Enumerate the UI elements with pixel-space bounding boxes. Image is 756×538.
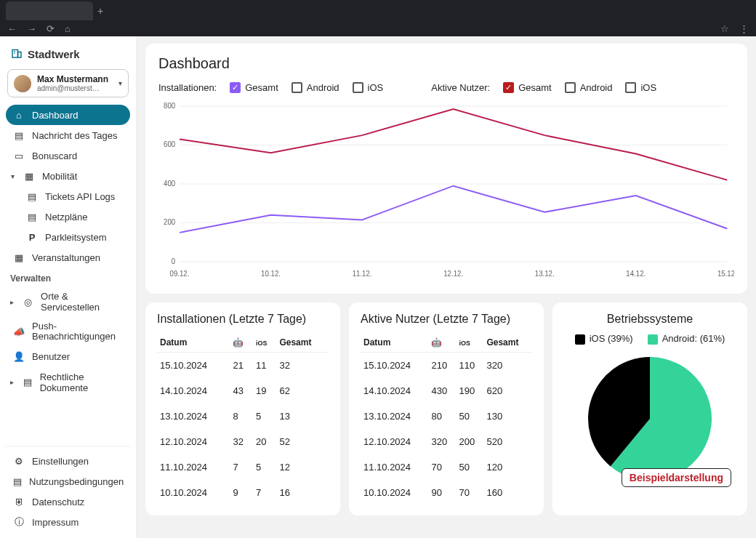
- chart-filters: Installationen: ✓Gesamt Android iOS Akti…: [158, 82, 734, 93]
- sidebar-item-einstellungen[interactable]: ⚙ Einstellungen: [6, 451, 130, 471]
- svg-text:15.12.: 15.12.: [717, 270, 734, 278]
- table-row: 15.10.2024210110320: [361, 353, 532, 379]
- pie-chart: Beispieldarstellung: [564, 353, 736, 484]
- sidebar-item-dashboard[interactable]: ⌂ Dashboard: [6, 105, 130, 125]
- line-chart: 020040060080009.12.10.12.11.12.12.12.13.…: [158, 100, 734, 282]
- sidebar-item-nutzung[interactable]: ▤ Nutzungsbedingungen: [6, 471, 130, 491]
- checkbox-install-ios[interactable]: iOS: [353, 82, 384, 93]
- new-tab-button[interactable]: +: [93, 1, 108, 20]
- sidebar-item-parkleit[interactable]: P Parkleitsystem: [6, 227, 130, 247]
- avatar: [14, 75, 31, 92]
- checkbox-install-android[interactable]: Android: [291, 82, 339, 93]
- sidebar-item-label: Bonuscard: [32, 150, 77, 161]
- sidebar-item-label: Orte & Servicestellen: [41, 291, 123, 313]
- sidebar-item-label: Einstellungen: [32, 456, 89, 467]
- svg-text:600: 600: [164, 140, 176, 148]
- sidebar-item-veranstaltungen[interactable]: ▦ Veranstaltungen: [6, 247, 130, 268]
- sidebar-item-nachricht[interactable]: ▤ Nachricht des Tages: [6, 125, 130, 145]
- card-icon: ▭: [13, 150, 25, 161]
- pin-icon: ◎: [23, 296, 33, 308]
- star-icon[interactable]: ☆: [720, 23, 729, 34]
- user-email: admin@musterst…: [37, 84, 113, 92]
- reload-icon[interactable]: ⟳: [47, 23, 55, 34]
- table-row: 13.10.20248513: [157, 404, 329, 429]
- sidebar-item-push[interactable]: 📣 Push-Benachrichtigungen: [6, 317, 130, 347]
- card-title: Aktive Nutzer (Letzte 7 Tage): [361, 313, 532, 326]
- col-android: 🤖: [230, 333, 253, 353]
- gear-icon: ⚙: [13, 455, 25, 467]
- table-row: 15.10.2024211132: [157, 353, 329, 379]
- sidebar-item-label: Netzpläne: [45, 212, 88, 222]
- sidebar-item-label: Datenschutz: [32, 497, 84, 507]
- expand-icon: ▸: [9, 298, 15, 306]
- menu-icon[interactable]: ⋮: [739, 23, 749, 34]
- forward-icon[interactable]: →: [27, 23, 36, 34]
- table-row: 14.10.2024431962: [157, 378, 329, 404]
- svg-text:400: 400: [164, 180, 176, 188]
- sidebar-item-bonuscard[interactable]: ▭ Bonuscard: [6, 145, 130, 166]
- user-name: Max Mustermann: [37, 74, 113, 84]
- sidebar-item-label: Impressum: [32, 517, 79, 528]
- sidebar-item-label: Veranstaltungen: [32, 252, 100, 263]
- page-title: Dashboard: [158, 55, 734, 72]
- brand: Stadtwerk: [6, 44, 130, 69]
- brand-label: Stadtwerk: [28, 48, 80, 60]
- user-icon: 👤: [13, 351, 25, 363]
- browser-tab[interactable]: [6, 1, 93, 20]
- android-icon: 🤖: [233, 337, 244, 348]
- checkbox-install-gesamt[interactable]: ✓Gesamt: [230, 82, 278, 93]
- sidebar-item-rechtliche[interactable]: ▸ ▤ Rechtliche Dokumente: [6, 367, 130, 398]
- terms-icon: ▤: [13, 475, 22, 487]
- sidebar-item-label: Tickets API Logs: [45, 191, 115, 202]
- shield-icon: ⛨: [13, 496, 25, 507]
- card-aktive-nutzer: Aktive Nutzer (Letzte 7 Tage) Datum 🤖 iO…: [349, 302, 544, 515]
- svg-text:11.12.: 11.12.: [353, 270, 372, 278]
- sidebar-item-label: Nachricht des Tages: [32, 130, 118, 141]
- table-row: 10.10.20249070160: [361, 480, 532, 505]
- svg-text:09.12.: 09.12.: [170, 270, 190, 278]
- col-ios: iOS: [456, 333, 483, 353]
- sidebar-item-datenschutz[interactable]: ⛨ Datenschutz: [6, 491, 130, 512]
- user-menu[interactable]: Max Mustermann admin@musterst… ▾: [7, 69, 129, 97]
- col-gesamt: Gesamt: [483, 333, 532, 353]
- home-icon: ⌂: [13, 109, 25, 121]
- sidebar-item-benutzer[interactable]: 👤 Benutzer: [6, 347, 130, 367]
- sidebar-item-mobilitaet[interactable]: ▾ ▦ Mobilität: [6, 166, 130, 186]
- legend-ios: iOS (39%): [590, 333, 633, 344]
- table-row: 14.10.2024430190620: [361, 378, 532, 404]
- calendar-icon: ▦: [13, 252, 25, 263]
- table-row: 13.10.20248050130: [361, 404, 532, 429]
- svg-text:800: 800: [164, 102, 176, 110]
- col-date: Datum: [361, 333, 428, 353]
- table-installationen: Datum 🤖 iOS Gesamt 15.10.202421113214.10…: [157, 333, 329, 505]
- home-icon[interactable]: ⌂: [65, 23, 71, 34]
- sidebar-item-netzplaene[interactable]: ▤ Netzpläne: [6, 206, 130, 227]
- dashboard-panel: Dashboard Installationen: ✓Gesamt Androi…: [145, 44, 747, 294]
- filter-aktive-label: Aktive Nutzer:: [431, 82, 490, 93]
- sidebar: Stadtwerk Max Mustermann admin@musterst……: [0, 36, 137, 538]
- svg-text:12.12.: 12.12.: [443, 270, 463, 278]
- checkbox-active-android[interactable]: Android: [565, 82, 613, 93]
- sidebar-item-orte[interactable]: ▸ ◎ Orte & Servicestellen: [6, 286, 130, 317]
- megaphone-icon: 📣: [13, 326, 25, 337]
- checkbox-active-gesamt[interactable]: ✓Gesamt: [503, 82, 552, 93]
- sidebar-item-tickets[interactable]: ▤ Tickets API Logs: [6, 186, 130, 206]
- sidebar-item-label: Mobilität: [42, 171, 77, 182]
- collapse-icon: ▾: [9, 172, 16, 180]
- sidebar-item-label: Rechtliche Dokumente: [40, 372, 123, 393]
- card-betriebssysteme: Betriebssysteme iOS (39%) Android: (61%)…: [552, 302, 747, 515]
- filter-installationen-label: Installationen:: [158, 82, 217, 93]
- sidebar-item-impressum[interactable]: ⓘ Impressum: [6, 512, 130, 532]
- grid-icon: ▦: [23, 170, 35, 182]
- checkbox-active-ios[interactable]: iOS: [625, 82, 656, 93]
- sidebar-item-label: Dashboard: [32, 110, 79, 121]
- sidebar-item-label: Push-Benachrichtigungen: [32, 321, 123, 342]
- back-icon[interactable]: ←: [7, 23, 17, 34]
- map-icon: ▤: [26, 211, 38, 222]
- android-icon: 🤖: [431, 337, 442, 348]
- card-title: Installationen (Letzte 7 Tage): [157, 313, 329, 326]
- card-installationen: Installationen (Letzte 7 Tage) Datum 🤖 i…: [145, 302, 340, 515]
- col-date: Datum: [157, 333, 230, 353]
- parking-icon: P: [26, 231, 38, 243]
- info-icon: ⓘ: [13, 516, 25, 528]
